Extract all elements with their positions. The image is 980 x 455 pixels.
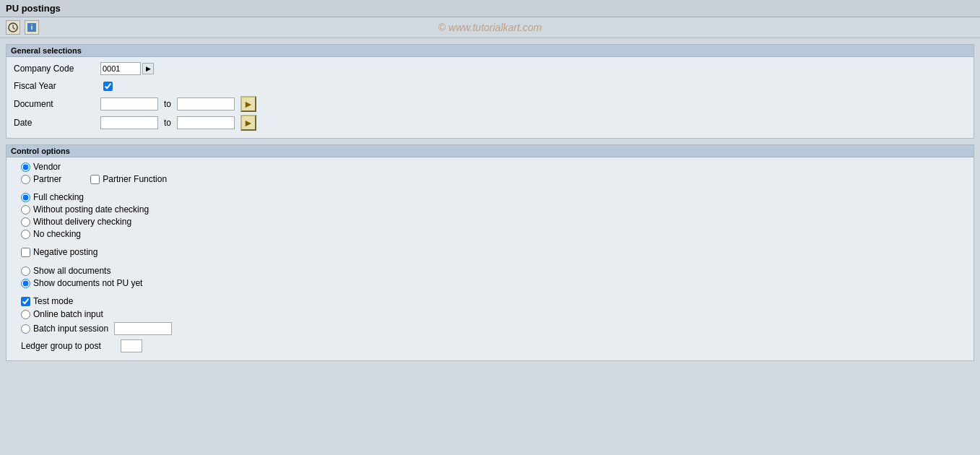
show-all-radio[interactable] [21,266,30,276]
negative-posting-checkbox[interactable] [21,248,30,257]
date-to-input[interactable] [177,116,235,129]
back-icon[interactable] [6,20,20,35]
vendor-row: Vendor [21,162,966,172]
general-selections-header: General selections [6,45,974,57]
company-code-row: Company Code ▶ [14,61,966,76]
main-content: General selections Company Code ▶ Fiscal… [0,38,980,373]
arrow-right-icon: ► [243,98,253,110]
full-checking-row: Full checking [21,192,966,202]
no-checking-label: No checking [33,229,81,239]
svg-text:i: i [31,24,33,31]
vendor-radio[interactable] [21,162,30,172]
full-checking-label: Full checking [33,192,84,202]
test-mode-label: Test mode [33,296,73,306]
document-arrow-button[interactable]: ► [240,96,256,112]
fiscal-year-checkbox[interactable] [103,82,113,91]
partner-label: Partner [33,174,61,184]
without-delivery-row: Without delivery checking [21,217,966,227]
show-not-pu-radio[interactable] [21,279,30,288]
fiscal-year-label: Fiscal Year [14,81,100,91]
partner-function-label: Partner Function [103,174,167,184]
negative-posting-row: Negative posting [21,247,966,257]
online-batch-row: Online batch input [21,309,966,319]
show-all-label: Show all documents [33,266,110,276]
batch-input-field[interactable] [114,322,172,335]
date-arrow-button[interactable]: ► [240,115,256,131]
test-mode-checkbox[interactable] [21,297,30,306]
general-selections-section: General selections Company Code ▶ Fiscal… [6,44,974,139]
date-from-input[interactable] [100,116,158,129]
batch-input-label: Batch input session [33,324,108,334]
online-batch-radio[interactable] [21,310,30,319]
general-selections-body: Company Code ▶ Fiscal Year Document to ► [6,57,974,138]
fiscal-year-row: Fiscal Year [14,79,966,93]
negative-posting-label: Negative posting [33,247,97,257]
online-batch-label: Online batch input [33,309,103,319]
without-posting-date-label: Without posting date checking [33,204,149,214]
ledger-group-input[interactable] [121,339,142,352]
test-mode-row: Test mode [21,296,966,306]
company-code-label: Company Code [14,64,100,74]
ledger-group-row: Ledger group to post [21,339,966,353]
arrow-right-icon-2: ► [243,117,253,129]
document-label: Document [14,99,100,109]
control-options-header: Control options [6,145,974,157]
control-options-section: Control options Vendor Partner Partner F… [6,144,974,361]
partner-radio[interactable] [21,175,30,184]
show-not-pu-label: Show documents not PU yet [33,278,142,288]
batch-input-radio[interactable] [21,324,30,334]
toolbar: i © www.tutorialkart.com [0,17,980,38]
show-all-row: Show all documents [21,266,966,276]
ledger-group-label: Ledger group to post [21,341,115,351]
show-not-pu-row: Show documents not PU yet [21,278,966,288]
without-posting-date-radio[interactable] [21,205,30,214]
partner-function-checkbox[interactable] [90,175,100,184]
company-code-input[interactable] [100,62,141,75]
title-bar: PU postings [0,0,980,17]
date-row: Date to ► [14,115,966,131]
document-from-input[interactable] [100,98,158,110]
without-posting-date-row: Without posting date checking [21,204,966,214]
document-to-input[interactable] [177,98,235,110]
batch-input-row: Batch input session [21,321,966,336]
vendor-label: Vendor [33,162,61,172]
no-checking-row: No checking [21,229,966,239]
company-code-browse-button[interactable]: ▶ [142,63,154,74]
page-title: PU postings [6,3,61,14]
without-delivery-radio[interactable] [21,217,30,227]
control-options-body: Vendor Partner Partner Function Full che… [6,157,974,360]
document-row: Document to ► [14,96,966,112]
no-checking-radio[interactable] [21,230,30,239]
info-icon[interactable]: i [25,20,39,35]
without-delivery-label: Without delivery checking [33,217,131,227]
document-to-label: to [164,99,171,109]
partner-row: Partner Partner Function [21,174,966,184]
watermark: © www.tutorialkart.com [438,22,542,33]
full-checking-radio[interactable] [21,193,30,202]
date-to-label: to [164,118,171,128]
date-label: Date [14,118,100,128]
